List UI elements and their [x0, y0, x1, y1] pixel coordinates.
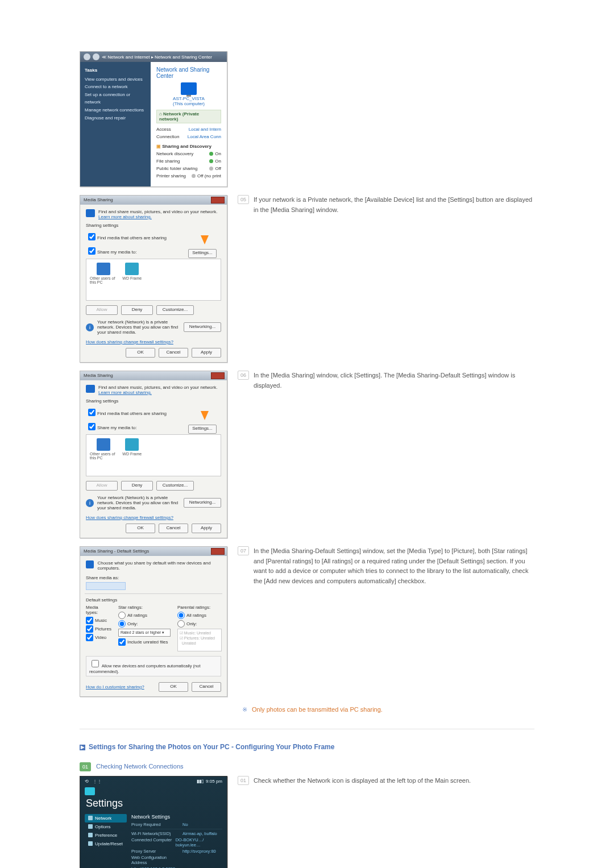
step-text: In the [Media Sharing] window, click [Se…: [254, 371, 534, 391]
customize-button[interactable]: Customize...: [156, 481, 194, 491]
share-media-checkbox[interactable]: [88, 423, 96, 430]
share-media-checkbox[interactable]: [88, 247, 96, 255]
media-sharing-default-settings-window: Media Sharing - Default Settings Choose …: [80, 546, 227, 697]
task-link[interactable]: View computers and devices: [85, 76, 146, 84]
step-text: Check whether the Network icon is displa…: [254, 776, 471, 786]
music-checkbox[interactable]: [86, 617, 93, 624]
substep-title: Checking Network Connections: [96, 763, 183, 770]
auto-add-checkbox[interactable]: [92, 660, 99, 667]
task-link[interactable]: Manage network connections: [85, 106, 146, 114]
close-icon[interactable]: [211, 372, 225, 379]
callout-arrow-icon: [201, 235, 209, 244]
device-other-users[interactable]: Other users of this PC: [90, 438, 117, 460]
step-number: 05: [238, 195, 249, 204]
settings-button[interactable]: Settings...: [188, 249, 217, 258]
networking-button[interactable]: Networking...: [184, 322, 221, 332]
task-link[interactable]: Connect to a network: [85, 83, 146, 91]
device-wd-frame[interactable]: WD Frame: [118, 263, 146, 280]
cancel-button[interactable]: Cancel: [159, 524, 188, 533]
house-icon: ⌂: [159, 111, 163, 117]
media-icon: [86, 385, 95, 393]
find-media-checkbox[interactable]: [88, 233, 96, 240]
star-only-radio[interactable]: [118, 620, 126, 628]
network-sharing-center-window: ≪ Network and Internet ▸ Network and Sha…: [80, 51, 227, 187]
include-unrated-checkbox[interactable]: [118, 638, 126, 646]
networking-button[interactable]: Networking...: [184, 498, 221, 508]
parental-listbox[interactable]: ☑ Music: Unrated ☑ Pictures: Unrated Unr…: [177, 629, 222, 651]
screen-title: Settings: [80, 795, 227, 814]
frame-top-left: ⟲ ⋮⋮: [85, 779, 102, 784]
step-number: 07: [238, 546, 249, 555]
panel-heading: Network and Sharing Center: [156, 67, 221, 79]
globe-icon: [88, 816, 93, 820]
deny-button[interactable]: Deny: [121, 305, 153, 315]
learn-more-link[interactable]: Learn more about sharing.: [98, 390, 217, 395]
nav-back-icon[interactable]: [84, 53, 90, 60]
star-select[interactable]: Rated 2 stars or higher ▾: [118, 629, 171, 637]
video-checkbox[interactable]: [86, 634, 93, 641]
media-sharing-window: Media Sharing Find and share music, pict…: [80, 195, 227, 363]
deny-button[interactable]: Deny: [121, 481, 153, 491]
close-icon[interactable]: [211, 548, 225, 555]
cancel-button[interactable]: Cancel: [192, 682, 221, 692]
menu-preference[interactable]: Preference: [85, 831, 127, 840]
step-number: 06: [238, 371, 249, 380]
computer-icon: [181, 82, 197, 95]
share-icon: ▣: [156, 144, 162, 149]
panel-heading: Network Settings: [131, 814, 222, 820]
media-icon: [86, 209, 95, 217]
how-customize-link[interactable]: How do I customize sharing?: [86, 684, 144, 690]
breadcrumb: ≪ Network and Internet ▸ Network and Sha…: [102, 55, 212, 60]
firewall-link[interactable]: How does sharing change firewall setting…: [86, 339, 173, 344]
tasks-pane: Tasks View computers and devices Connect…: [80, 62, 151, 186]
battery-icon: ▮▮▯: [197, 779, 204, 784]
firewall-link[interactable]: How does sharing change firewall setting…: [86, 515, 173, 520]
network-band: ⌂ Network (Private network): [156, 110, 221, 123]
learn-more-link[interactable]: Learn more about sharing.: [98, 214, 217, 219]
ok-button[interactable]: OK: [159, 682, 188, 692]
star-all-radio[interactable]: [118, 612, 126, 619]
section-title: ▶Settings for Sharing the Photos on Your…: [80, 743, 534, 751]
parental-only-radio[interactable]: [177, 620, 185, 628]
refresh-icon: [88, 841, 93, 846]
menu-options[interactable]: Options: [85, 823, 127, 831]
nav-fwd-icon[interactable]: [93, 53, 99, 60]
allow-button[interactable]: Allow: [86, 305, 118, 315]
substep-number: 01: [80, 762, 91, 771]
photo-frame-settings-screen: ⟲ ⋮⋮ ▮▮▯ 9:05 pm Settings Network Option…: [80, 776, 227, 868]
step-text: In the [Media Sharing-Default Settings] …: [254, 546, 534, 586]
network-icon: [85, 787, 95, 795]
close-icon[interactable]: [211, 197, 225, 203]
menu-network[interactable]: Network: [85, 814, 127, 823]
device-other-users[interactable]: Other users of this PC: [90, 263, 117, 284]
clock: 9:05 pm: [206, 779, 222, 784]
step-text: If your network is a Private network, th…: [254, 195, 534, 215]
menu-update-reset[interactable]: Update/Reset: [85, 840, 127, 848]
ok-button[interactable]: OK: [126, 524, 155, 533]
share-as-field[interactable]: [86, 582, 126, 590]
step-number: 01: [238, 776, 249, 785]
note-text: ※Only photos can be transmitted via PC s…: [242, 705, 383, 715]
settings-button[interactable]: Settings...: [188, 425, 217, 434]
slider-icon: [88, 833, 93, 837]
ok-button[interactable]: OK: [126, 348, 155, 358]
settings-menu: Network Options Preference Update/Reset: [85, 814, 127, 868]
find-media-checkbox[interactable]: [88, 409, 96, 416]
device-wd-frame[interactable]: WD Frame: [118, 438, 146, 456]
section-bullet-icon: ▶: [80, 745, 85, 750]
media-icon: [86, 560, 94, 568]
callout-arrow-icon: [201, 411, 209, 420]
apply-button[interactable]: Apply: [192, 524, 221, 533]
task-link[interactable]: Diagnose and repair: [85, 114, 146, 122]
allow-button[interactable]: Allow: [86, 481, 118, 491]
info-icon: i: [86, 323, 94, 331]
parental-all-radio[interactable]: [177, 612, 185, 619]
info-icon: i: [86, 499, 94, 507]
cancel-button[interactable]: Cancel: [159, 348, 188, 358]
customize-button[interactable]: Customize...: [156, 305, 194, 315]
wrench-icon: [88, 824, 93, 829]
pictures-checkbox[interactable]: [86, 625, 93, 633]
task-link[interactable]: Set up a connection or network: [85, 91, 146, 106]
apply-button[interactable]: Apply: [192, 348, 221, 358]
media-sharing-window-2: Media Sharing Find and share music, pict…: [80, 371, 227, 538]
